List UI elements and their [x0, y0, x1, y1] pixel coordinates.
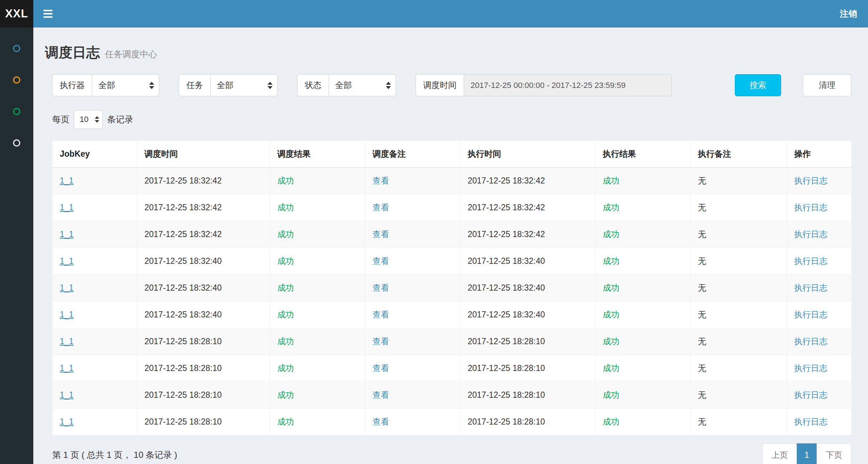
table-row: 1_1 2017-12-25 18:32:40 成功 查看 2017-12-25… — [52, 248, 852, 275]
table-row: 1_1 2017-12-25 18:28:10 成功 查看 2017-12-25… — [52, 328, 852, 355]
top-navbar: XXL 注销 — [0, 0, 868, 28]
execution-log-link[interactable]: 执行日志 — [794, 363, 827, 373]
main-content: 调度日志 任务调度中心 执行器 全部 任务 全部 状态 全部 — [33, 28, 868, 464]
page-header: 调度日志 任务调度中心 — [33, 28, 868, 62]
sidebar — [0, 28, 33, 464]
view-trigger-msg-link[interactable]: 查看 — [372, 203, 389, 212]
execution-log-link[interactable]: 执行日志 — [794, 337, 827, 346]
jobkey-link[interactable]: 1_1 — [60, 283, 73, 292]
view-trigger-msg-link[interactable]: 查看 — [372, 417, 389, 426]
view-trigger-msg-link[interactable]: 查看 — [372, 229, 389, 239]
trigger-time-cell: 2017-12-25 18:32:40 — [137, 248, 270, 275]
page-size-select[interactable]: 10 — [74, 110, 103, 129]
execution-log-link[interactable]: 执行日志 — [794, 256, 827, 266]
sidebar-item-4[interactable] — [0, 127, 33, 159]
execution-log-link[interactable]: 执行日志 — [794, 283, 827, 292]
trigger-result-status: 成功 — [277, 310, 294, 319]
handle-time-cell: 2017-12-25 18:32:40 — [460, 248, 595, 275]
circle-outline-icon — [13, 139, 20, 147]
page-size-row: 每页 10 条记录 — [52, 110, 851, 129]
action-cell: 执行日志 — [787, 275, 852, 301]
trigger-result-status: 成功 — [277, 176, 294, 185]
trigger-msg-cell: 查看 — [365, 275, 460, 301]
pagination-next-button[interactable]: 下页 — [817, 443, 851, 464]
page-size-value: 10 — [80, 115, 88, 124]
jobkey-link[interactable]: 1_1 — [60, 256, 73, 266]
table-row: 1_1 2017-12-25 18:28:10 成功 查看 2017-12-25… — [52, 355, 852, 382]
status-filter-label: 状态 — [297, 74, 329, 96]
handle-msg-cell: 无 — [691, 248, 787, 275]
table-header-row: JobKey 调度时间 调度结果 调度备注 执行时间 执行结果 执行备注 操作 — [52, 141, 852, 168]
column-header-jobkey: JobKey — [52, 141, 137, 168]
status-filter-group: 状态 全部 — [297, 74, 396, 96]
trigger-time-range-input[interactable] — [464, 74, 672, 96]
trigger-msg-cell: 查看 — [365, 194, 460, 221]
jobkey-link[interactable]: 1_1 — [60, 203, 73, 212]
handle-result-cell: 成功 — [595, 275, 691, 301]
sidebar-item-3[interactable] — [0, 96, 33, 127]
trigger-result-cell: 成功 — [270, 301, 365, 328]
view-trigger-msg-link[interactable]: 查看 — [372, 256, 389, 266]
jobkey-link[interactable]: 1_1 — [60, 337, 73, 346]
view-trigger-msg-link[interactable]: 查看 — [372, 337, 389, 346]
clear-button[interactable]: 清理 — [803, 74, 851, 96]
sidebar-item-1[interactable] — [0, 33, 33, 64]
trigger-result-cell: 成功 — [270, 168, 365, 194]
page-title: 调度日志 — [45, 43, 100, 62]
execution-log-link[interactable]: 执行日志 — [794, 176, 827, 185]
trigger-result-cell: 成功 — [270, 221, 365, 248]
action-cell: 执行日志 — [787, 248, 852, 275]
jobkey-link[interactable]: 1_1 — [60, 390, 73, 400]
handle-result-cell: 成功 — [595, 194, 691, 221]
action-cell: 执行日志 — [787, 194, 852, 221]
trigger-result-status: 成功 — [277, 203, 294, 212]
trigger-msg-cell: 查看 — [365, 301, 460, 328]
view-trigger-msg-link[interactable]: 查看 — [372, 283, 389, 292]
logout-link[interactable]: 注销 — [840, 8, 857, 20]
trigger-result-status: 成功 — [277, 283, 294, 292]
jobkey-link[interactable]: 1_1 — [60, 229, 73, 239]
execution-log-link[interactable]: 执行日志 — [794, 310, 827, 319]
executor-filter-select[interactable]: 全部 — [92, 74, 159, 96]
pagination-summary: 第 1 页 ( 总共 1 页， 10 条记录 ) — [52, 449, 177, 461]
handle-result-status: 成功 — [603, 390, 619, 400]
view-trigger-msg-link[interactable]: 查看 — [372, 390, 389, 400]
view-trigger-msg-link[interactable]: 查看 — [372, 363, 389, 373]
jobkey-cell: 1_1 — [52, 194, 137, 221]
job-filter-select[interactable]: 全部 — [210, 74, 278, 96]
status-filter-select[interactable]: 全部 — [329, 74, 396, 96]
executor-filter-group: 执行器 全部 — [52, 74, 159, 96]
select-stepper-icon — [386, 82, 391, 89]
pagination-prev-button[interactable]: 上页 — [762, 443, 797, 464]
handle-result-status: 成功 — [603, 417, 619, 426]
menu-toggle-icon[interactable] — [43, 10, 52, 18]
search-button[interactable]: 搜索 — [735, 74, 781, 96]
trigger-result-status: 成功 — [277, 256, 294, 266]
column-header-trigger-msg: 调度备注 — [365, 141, 460, 168]
handle-result-status: 成功 — [603, 229, 619, 239]
select-stepper-icon — [95, 116, 99, 123]
view-trigger-msg-link[interactable]: 查看 — [372, 310, 389, 319]
jobkey-cell: 1_1 — [52, 382, 137, 409]
action-cell: 执行日志 — [787, 409, 852, 435]
jobkey-link[interactable]: 1_1 — [60, 363, 73, 373]
jobkey-link[interactable]: 1_1 — [60, 176, 73, 185]
execution-log-link[interactable]: 执行日志 — [794, 203, 827, 212]
execution-log-link[interactable]: 执行日志 — [794, 229, 827, 239]
jobkey-link[interactable]: 1_1 — [60, 310, 73, 319]
trigger-time-cell: 2017-12-25 18:28:10 — [137, 328, 270, 355]
handle-time-cell: 2017-12-25 18:28:10 — [460, 409, 595, 435]
trigger-msg-cell: 查看 — [365, 355, 460, 382]
view-trigger-msg-link[interactable]: 查看 — [372, 176, 389, 185]
filter-row: 执行器 全部 任务 全部 状态 全部 调度时间 搜索 清理 — [52, 74, 851, 96]
column-header-trigger-result: 调度结果 — [270, 141, 365, 168]
sidebar-item-2[interactable] — [0, 64, 33, 96]
handle-time-cell: 2017-12-25 18:32:42 — [460, 221, 595, 248]
table-row: 1_1 2017-12-25 18:32:40 成功 查看 2017-12-25… — [52, 275, 852, 301]
execution-log-link[interactable]: 执行日志 — [794, 390, 827, 400]
jobkey-link[interactable]: 1_1 — [60, 417, 73, 426]
trigger-time-cell: 2017-12-25 18:28:10 — [137, 409, 270, 435]
jobkey-cell: 1_1 — [52, 355, 137, 382]
execution-log-link[interactable]: 执行日志 — [794, 417, 827, 426]
pagination-page-1-button[interactable]: 1 — [797, 443, 817, 464]
